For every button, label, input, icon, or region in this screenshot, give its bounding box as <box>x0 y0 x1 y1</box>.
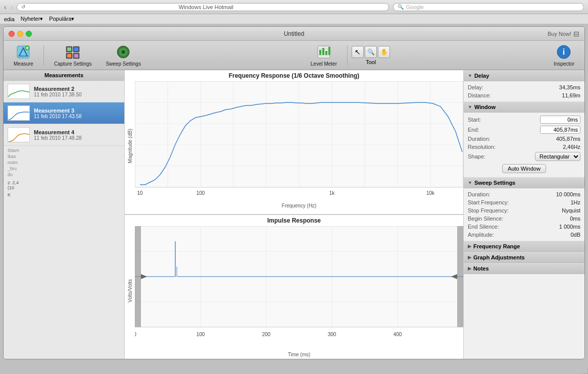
delay-arrow-icon: ▼ <box>468 73 472 78</box>
browser-search-bar[interactable]: 🔍 Google <box>393 3 584 11</box>
svg-rect-24 <box>328 47 330 55</box>
window-section-header[interactable]: ▼ Window <box>464 101 584 113</box>
distance-value: 11,69m <box>562 92 580 98</box>
impulse-chart-body: Volts/Volts 0.10 <box>125 226 463 356</box>
sweep-arrow-icon: ▼ <box>468 180 472 185</box>
resolution-row: Resolution: 2,46Hz <box>468 143 580 151</box>
delay-label: Delay: <box>468 84 483 90</box>
buy-now[interactable]: Buy Now! ⊟ <box>548 30 579 38</box>
menu-nyheter[interactable]: Nyheter▾ <box>21 16 43 22</box>
traffic-lights <box>9 31 32 37</box>
delay-header-label: Delay <box>474 73 489 79</box>
svg-rect-23 <box>325 51 327 55</box>
inspector-icon: i <box>556 44 572 60</box>
graph-adj-section-header[interactable]: ▶ Graph Adjustments <box>464 252 584 263</box>
freq-response-chart: Frequency Response (1/6 Octave Smoothing… <box>125 70 463 215</box>
browser-address-bar[interactable]: ↺ Windows Live Hotmail <box>17 3 389 11</box>
svg-text:10k: 10k <box>426 190 435 196</box>
measurement-thumb-2 <box>8 84 30 99</box>
sweep-settings-label: Sweep Settings <box>106 61 141 67</box>
toolbar: Measure Capture Settings <box>4 41 584 70</box>
measurement-info-2: Measurement 2 11 feb 2010 17.38.50 <box>34 86 82 97</box>
measurement-thumb-4 <box>8 127 30 142</box>
menu-populara[interactable]: Populära▾ <box>49 16 74 22</box>
delay-section-header[interactable]: ▼ Delay <box>464 70 584 81</box>
measurement-item-2[interactable]: Measurement 2 11 feb 2010 17.38.50 <box>4 81 124 102</box>
window-arrow-icon: ▼ <box>468 104 472 110</box>
shape-label: Shape: <box>468 153 485 159</box>
impulse-chart: Impulse Response Volts/Volts <box>125 215 463 359</box>
measure-button[interactable]: Measure <box>8 42 39 69</box>
shape-select[interactable]: Rectangular Hann Blackman <box>535 152 580 161</box>
amplitude-row: Amplitude: 0dB <box>468 231 580 239</box>
level-meter-label: Level Meter <box>311 61 337 67</box>
impulse-response-svg: 0.10 0.00 -0.10 0 100 200 300 400 <box>135 226 463 340</box>
app-window: Untitled Buy Now! ⊟ Measure <box>3 26 585 359</box>
freq-y-axis-label-container: Magnitude (dB) <box>125 81 135 211</box>
auto-window-button[interactable]: Auto Window <box>502 164 546 173</box>
sweep-duration-label: Duration: <box>468 191 491 197</box>
end-silence-row: End Silence: 1 000ms <box>468 223 580 231</box>
hand-tool-button[interactable]: ✋ <box>378 46 390 58</box>
freq-y-axis-label: Magnitude (dB) <box>127 129 133 163</box>
notes-section-header[interactable]: ▶ Notes <box>464 263 584 274</box>
end-silence-label: End Silence: <box>468 224 499 230</box>
svg-rect-12 <box>74 54 78 58</box>
browser-nav-forward[interactable]: › <box>11 3 13 11</box>
measurement-item-3[interactable]: Measurement 3 11 feb 2010 17.43.58 <box>4 102 124 124</box>
freq-range-section-header[interactable]: ▶ Frequency Range <box>464 241 584 252</box>
measurement-date-3: 11 feb 2010 17.43.58 <box>34 114 82 119</box>
start-row: Start: <box>468 115 580 125</box>
shape-row: Shape: Rectangular Hann Blackman <box>468 151 580 162</box>
start-freq-value: 1Hz <box>570 199 580 205</box>
measurements-title: Measurements <box>4 70 124 81</box>
capture-settings-button[interactable]: Capture Settings <box>48 42 98 69</box>
maximize-button[interactable] <box>26 31 32 37</box>
inspector-button[interactable]: i Inspector <box>548 42 580 69</box>
charts-panel: Frequency Response (1/6 Octave Smoothing… <box>125 70 463 359</box>
svg-point-16 <box>122 51 124 53</box>
measurement-date-4: 11 feb 2010 17.48.28 <box>34 135 82 141</box>
svg-rect-73 <box>135 226 141 327</box>
toolbar-divider-2 <box>347 45 348 66</box>
delay-value: 34,35ms <box>559 84 580 90</box>
capture-settings-label: Capture Settings <box>54 61 92 67</box>
start-input[interactable] <box>540 116 580 124</box>
delay-row: Delay: 34,35ms <box>468 83 580 91</box>
minimize-button[interactable] <box>17 31 23 37</box>
zoom-tool-button[interactable]: 🔍 <box>365 46 377 58</box>
impulse-y-axis-label: Volts/Volts <box>127 279 133 302</box>
amplitude-value: 0dB <box>570 232 580 238</box>
cursor-tool-button[interactable]: ↖ <box>352 46 364 58</box>
resolution-label: Resolution: <box>468 144 496 150</box>
end-input[interactable] <box>540 126 580 134</box>
sidebar-label-du: du <box>8 172 120 177</box>
sweep-settings-icon <box>115 44 131 60</box>
capture-settings-icon <box>65 44 81 60</box>
tool-label: Tool <box>366 59 376 65</box>
sweep-section-header[interactable]: ▼ Sweep Settings <box>464 177 584 188</box>
window-header-label: Window <box>474 104 496 110</box>
sweep-section-content: Duration: 10 000ms Start Frequency: 1Hz … <box>464 188 584 241</box>
duration-label: Duration: <box>468 136 491 142</box>
sidebar-label-stavn: Stavn <box>8 148 120 153</box>
measurement-item-4[interactable]: Measurement 4 11 feb 2010 17.48.28 <box>4 124 124 146</box>
start-label: Start: <box>468 117 481 123</box>
freq-range-arrow-icon: ▶ <box>468 244 471 249</box>
stop-freq-label: Stop Frequency: <box>468 207 509 213</box>
duration-value: 405,87ms <box>556 136 580 142</box>
close-button[interactable] <box>9 31 15 37</box>
sweep-settings-button[interactable]: Sweep Settings <box>100 42 147 69</box>
sweep-header-label: Sweep Settings <box>474 180 515 186</box>
begin-silence-label: Begin Silence: <box>468 216 503 222</box>
browser-nav-back[interactable]: ‹ <box>4 3 7 11</box>
level-meter-button[interactable]: Level Meter <box>305 42 343 69</box>
measurement-thumb-3 <box>8 105 30 121</box>
sidebar-extra-labels: Stavn tkas notm _bru du z: 2,4 (10 K <box>4 146 124 199</box>
svg-rect-75 <box>457 226 463 327</box>
distance-row: Distance: 11,69m <box>468 91 580 99</box>
browser-chrome: ‹ › ↺ Windows Live Hotmail 🔍 Google <box>0 0 588 14</box>
svg-rect-21 <box>319 50 321 55</box>
menu-media[interactable]: edia <box>4 16 15 22</box>
svg-text:100: 100 <box>197 332 205 337</box>
